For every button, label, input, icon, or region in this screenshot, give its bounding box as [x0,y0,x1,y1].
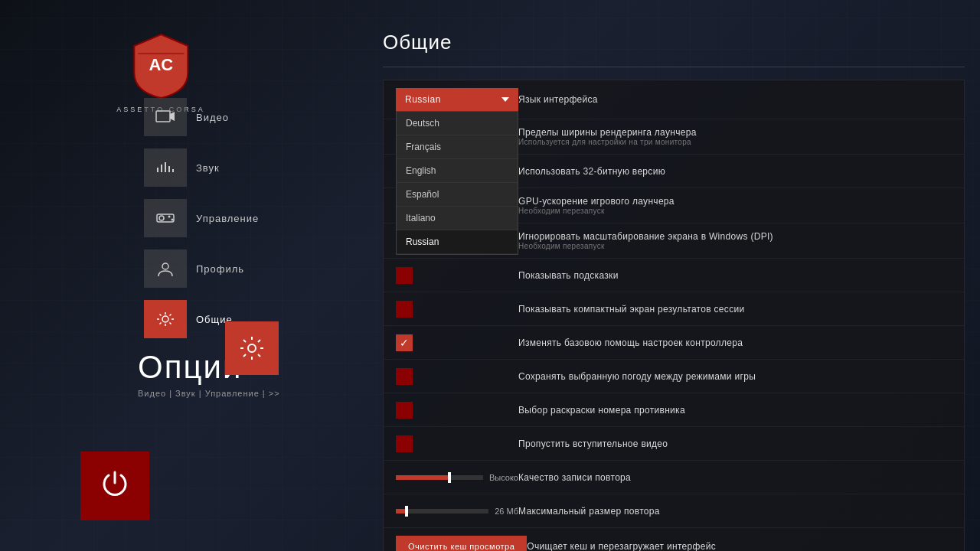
svg-line-22 [160,323,162,324]
svg-line-28 [243,340,246,342]
sidebar-item-audio[interactable]: Звук [138,142,276,193]
sidebar-item-controls[interactable]: Управление [138,193,276,243]
controller-checkbox-area [396,334,518,351]
svg-text:AC: AC [149,55,173,74]
opponent-color-label: Выбор раскраски номера противника [518,405,952,416]
svg-marker-3 [170,112,175,121]
compact-results-label: Показывать компактный экран результатов … [518,304,952,315]
svg-point-11 [168,216,171,218]
sidebar: AC ASSETTO CORSA Видео [0,0,322,551]
32bit-label: Использовать 32-битную версию [518,166,952,177]
lang-espanol[interactable]: Español [397,183,518,207]
svg-point-12 [172,219,174,221]
logo-icon: AC [130,31,191,99]
replay-size-thumb [405,506,408,517]
lang-deutsch[interactable]: Deutsch [397,112,518,135]
replay-quality-track[interactable] [396,475,483,480]
controller-help-label: Изменять базовою помощь настроек контрол… [518,337,952,348]
tooltips-checkbox[interactable] [396,267,413,284]
controller-help-row: Изменять базовою помощь настроек контрол… [384,326,964,360]
controls-icon [155,209,176,227]
save-weather-row: Сохранять выбранную погоду между режимам… [384,360,964,393]
replay-quality-row: Высоко Качество записи повтора [384,461,964,494]
video-icon [155,108,176,126]
replay-size-value: 26 Мб [495,507,518,516]
compact-results-row: Показывать компактный экран результатов … [384,292,964,326]
svg-line-31 [243,354,246,357]
svg-point-14 [162,316,168,322]
render-width-label: Пределы ширины рендеринга лаунчера Испол… [518,127,952,146]
save-weather-label: Сохранять выбранную погоду между режимам… [518,371,952,382]
gpu-accel-label: GPU-ускорение игрового лаунчера Необходи… [518,196,952,215]
controls-icon-box [144,199,187,237]
general-icon [155,310,176,328]
compact-checkbox[interactable] [396,301,413,318]
replay-size-track[interactable] [396,509,488,514]
video-label: Видео [196,112,229,123]
dpi-label: Игнорировать масштабирование экрана в Wi… [518,231,952,250]
replay-size-fill [396,509,405,514]
weather-checkbox-area [396,368,518,385]
clear-cache-row: Очистить кеш просмотра Очищает кеш и пер… [384,528,964,551]
general-divider [383,67,965,67]
profile-icon [155,259,176,278]
clear-cache-button[interactable]: Очистить кеш просмотра [396,536,527,551]
language-row: Russian Deutsch Français English Español… [384,80,964,119]
svg-line-29 [258,354,260,357]
replay-quality-label: Качество записи повтора [518,472,952,483]
tooltips-row: Показывать подсказки [384,259,964,292]
sidebar-item-video[interactable]: Видео [138,92,276,142]
controller-help-checkbox[interactable] [396,334,413,351]
svg-point-13 [162,263,168,269]
replay-size-row: 26 Мб Максимальный размер повтора [384,494,964,528]
skip-intro-checkbox-area [396,435,518,452]
skip-intro-label: Пропустить вступительное видео [518,439,952,449]
opponent-checkbox[interactable] [396,402,413,419]
clear-cache-btn-area: Очистить кеш просмотра [396,536,527,551]
nav-items: Видео Звук [138,92,276,344]
language-label: Язык интерфейса [518,94,952,105]
lang-russian[interactable]: Russian [397,230,518,254]
general-section: Общие Russian Deutsch Français English [383,31,965,551]
general-settings-panel: Russian Deutsch Français English Español… [383,80,965,551]
replay-quality-value: Высоко [489,473,518,482]
tooltips-checkbox-area [396,267,518,284]
gear-icon [237,334,266,363]
profile-icon-box [144,249,187,288]
general-section-title: Общие [383,31,965,54]
replay-quality-thumb [448,472,451,483]
compact-checkbox-area [396,301,518,318]
audio-icon-box [144,148,187,187]
content-area: Общие Russian Deutsch Français English [375,0,980,551]
lang-italiano[interactable]: Italiano [397,207,518,230]
weather-checkbox[interactable] [396,368,413,385]
opponent-color-row: Выбор раскраски номера противника [384,393,964,427]
replay-size-slider-area: 26 Мб [396,507,518,516]
controls-label: Управление [196,213,259,224]
sidebar-item-profile[interactable]: Профиль [138,243,276,294]
skip-intro-checkbox[interactable] [396,435,413,452]
lang-english[interactable]: English [397,159,518,183]
replay-quality-fill [396,475,448,480]
audio-label: Звук [196,162,220,174]
opponent-checkbox-area [396,402,518,419]
replay-quality-slider[interactable]: Высоко [396,473,518,482]
replay-size-label: Максимальный размер повтора [518,506,952,517]
gear-button[interactable] [225,321,279,375]
language-control: Russian Deutsch Français English Español… [396,88,518,111]
audio-icon [155,158,176,177]
power-button[interactable] [80,452,149,520]
language-dropdown-menu: Deutsch Français English Español Italian… [396,111,518,255]
language-dropdown[interactable]: Russian Deutsch Français English Español… [396,88,518,111]
svg-line-19 [160,315,162,316]
svg-line-30 [258,340,260,342]
profile-label: Профиль [196,263,244,275]
video-icon-box [144,98,187,136]
replay-quality-slider-area: Высоко [396,473,518,482]
replay-size-slider[interactable]: 26 Мб [396,507,518,516]
svg-line-20 [170,323,172,324]
lang-francais[interactable]: Français [397,135,518,159]
skip-intro-row: Пропустить вступительное видео [384,427,964,461]
language-dropdown-button[interactable]: Russian [396,88,518,111]
svg-rect-2 [156,111,170,122]
